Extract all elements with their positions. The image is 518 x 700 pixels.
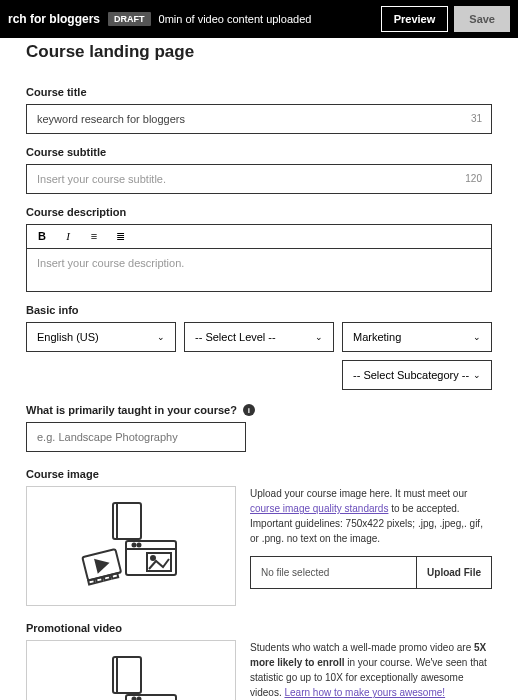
draft-badge: DRAFT [108, 12, 151, 26]
subtitle-counter: 120 [465, 173, 482, 184]
image-upload-field: No file selected Upload File [250, 556, 492, 589]
svg-rect-10 [96, 577, 103, 582]
quality-standards-link[interactable]: course image quality standards [250, 503, 388, 514]
save-button[interactable]: Save [454, 6, 510, 32]
number-list-button[interactable]: ≣ [113, 230, 127, 243]
page-content: Course landing page Course title 31 Cour… [0, 42, 518, 700]
promo-video-preview [26, 640, 236, 700]
category-select[interactable]: Marketing⌄ [342, 322, 492, 352]
course-description-label: Course description [26, 206, 492, 218]
video-tips-link[interactable]: Learn how to make yours awesome! [284, 687, 445, 698]
editor-toolbar: B I ≡ ≣ [26, 224, 492, 248]
taught-label: What is primarily taught in your course? [26, 404, 237, 416]
course-image-label: Course image [26, 468, 492, 480]
preview-button[interactable]: Preview [381, 6, 449, 32]
info-icon[interactable]: i [243, 404, 255, 416]
bullet-list-button[interactable]: ≡ [87, 230, 101, 243]
course-description-input[interactable]: Insert your course description. [26, 248, 492, 292]
page-title: Course landing page [26, 42, 492, 62]
chevron-down-icon: ⌄ [473, 370, 481, 380]
svg-rect-12 [111, 573, 118, 578]
course-image-preview [26, 486, 236, 606]
basic-info-label: Basic info [26, 304, 492, 316]
svg-rect-9 [88, 579, 95, 584]
course-image-help: Upload your course image here. It must m… [250, 486, 492, 606]
image-upload-button[interactable]: Upload File [416, 557, 491, 588]
promo-video-label: Promotional video [26, 622, 492, 634]
taught-input[interactable] [26, 422, 246, 452]
course-title-input[interactable] [26, 104, 492, 134]
chevron-down-icon: ⌄ [315, 332, 323, 342]
language-select[interactable]: English (US)⌄ [26, 322, 176, 352]
course-name: rch for bloggers [8, 12, 100, 26]
italic-button[interactable]: I [61, 230, 75, 243]
svg-point-5 [138, 544, 141, 547]
image-file-status: No file selected [251, 557, 416, 588]
course-subtitle-label: Course subtitle [26, 146, 492, 158]
title-counter: 31 [471, 113, 482, 124]
upload-info: 0min of video content uploaded [159, 13, 381, 25]
svg-rect-11 [104, 575, 111, 580]
chevron-down-icon: ⌄ [157, 332, 165, 342]
top-bar: rch for bloggers DRAFT 0min of video con… [0, 0, 518, 38]
chevron-down-icon: ⌄ [473, 332, 481, 342]
course-title-label: Course title [26, 86, 492, 98]
subcategory-select[interactable]: -- Select Subcategory --⌄ [342, 360, 492, 390]
level-select[interactable]: -- Select Level --⌄ [184, 322, 334, 352]
svg-point-4 [133, 544, 136, 547]
course-subtitle-input[interactable] [26, 164, 492, 194]
promo-video-help: Students who watch a well-made promo vid… [250, 640, 492, 700]
svg-point-7 [151, 556, 155, 560]
bold-button[interactable]: B [35, 230, 49, 243]
